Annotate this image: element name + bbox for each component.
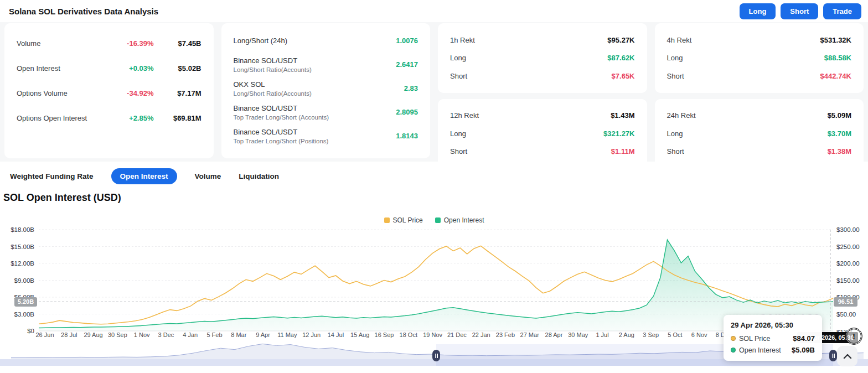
- ratio-row: OKX SOL Long/Short Ratio(Accounts) 2.83: [234, 76, 418, 100]
- svg-text:23 Feb: 23 Feb: [496, 331, 515, 338]
- legend-label: SOL Price: [393, 216, 423, 224]
- rekt-long-label: Long: [667, 129, 828, 138]
- rekt-short-value: $7.65K: [612, 72, 635, 80]
- svg-text:1 Nov: 1 Nov: [134, 331, 150, 338]
- rekt-short-value: $1.11M: [611, 147, 635, 156]
- svg-text:19 Nov: 19 Nov: [423, 331, 442, 338]
- metric-row-options-volume: Options Volume -34.92% $7.17M: [17, 81, 202, 106]
- chart-tabs: Weighted Funding Rate Open Interest Volu…: [10, 167, 279, 185]
- svg-text:28 Apr: 28 Apr: [545, 331, 563, 338]
- current-open-interest-badge: 5.20B: [14, 297, 37, 307]
- svg-text:30 Sep: 30 Sep: [108, 331, 127, 338]
- svg-text:16 Sep: 16 Sep: [375, 331, 394, 338]
- rekt-long-label: Long: [667, 54, 824, 62]
- svg-text:5 Feb: 5 Feb: [206, 331, 222, 338]
- rekt-long-label: Long: [450, 129, 603, 138]
- svg-text:30 May: 30 May: [568, 331, 588, 338]
- ratio-sublabel: Top Trader Long/Short (Positions): [234, 138, 391, 144]
- navigator-left-handle[interactable]: [432, 350, 440, 361]
- svg-text:$15.00B: $15.00B: [11, 244, 34, 250]
- scroll-to-top-button[interactable]: [837, 346, 857, 366]
- metric-label: Options Volume: [17, 89, 103, 97]
- metric-label: Volume: [17, 39, 103, 48]
- svg-text:12 Jun: 12 Jun: [302, 331, 321, 338]
- metric-row-options-open-interest: Options Open Interest +2.85% $69.81M: [17, 106, 202, 131]
- ratio-sublabel: Long/Short Ratio(Accounts): [234, 90, 399, 97]
- metric-value: $7.17M: [154, 89, 202, 97]
- svg-text:2 Aug: 2 Aug: [619, 331, 634, 338]
- metric-change: -16.39%: [103, 39, 154, 48]
- rekt-total: $531.32K: [820, 36, 851, 44]
- rekt-long-value: $321.27K: [603, 129, 634, 138]
- top-bar: Solana SOL Derivatives Data Analysis Lon…: [0, 0, 868, 22]
- ratio-label: Binance SOL/USDT: [234, 104, 391, 112]
- tab-open-interest[interactable]: Open Interest: [111, 168, 177, 184]
- top-actions: Long Short Trade: [740, 3, 861, 19]
- rekt-title: 1h Rekt: [450, 36, 607, 44]
- chart-area[interactable]: SOL Price Open Interest $18.00B$15.00B$1…: [0, 210, 868, 373]
- rekt-total: $1.43M: [611, 111, 634, 120]
- svg-text:22 Jan: 22 Jan: [472, 331, 490, 338]
- ratio-row: Binance SOL/USDT Top Trader Long/Short (…: [234, 100, 418, 124]
- tooltip-row-price: SOL Price $84.07: [731, 334, 815, 343]
- short-button[interactable]: Short: [781, 3, 818, 19]
- legend-item-open-interest[interactable]: Open Interest: [435, 216, 484, 224]
- svg-text:14 Jul: 14 Jul: [328, 331, 344, 338]
- ratio-row: Binance SOL/USDT Long/Short Ratio(Accoun…: [234, 53, 418, 76]
- svg-text:9 Apr: 9 Apr: [256, 331, 270, 338]
- svg-text:29 Aug: 29 Aug: [84, 331, 102, 338]
- svg-text:3 Sep: 3 Sep: [643, 331, 659, 338]
- svg-text:$12.00B: $12.00B: [11, 260, 34, 267]
- rekt-long-label: Long: [450, 54, 607, 62]
- tab-weighted-funding-rate[interactable]: Weighted Funding Rate: [10, 172, 94, 180]
- stats-cards-strip: Volume -16.39% $7.45B Open Interest +0.0…: [0, 22, 868, 162]
- alert-seal-icon[interactable]: !: [845, 328, 862, 345]
- metric-change: +0.03%: [103, 64, 154, 72]
- svg-text:8 Mar: 8 Mar: [231, 331, 246, 338]
- current-price-badge: 96.51: [834, 297, 857, 307]
- open-interest-dot-icon: [731, 348, 736, 353]
- svg-text:11 May: 11 May: [277, 331, 297, 338]
- ratio-label: Binance SOL/USDT: [234, 128, 391, 136]
- svg-text:5 Oct: 5 Oct: [668, 331, 682, 338]
- ratio-value: 2.83: [404, 84, 418, 92]
- ratio-value: 1.0076: [396, 37, 418, 45]
- rekt-total: $5.09M: [828, 111, 851, 120]
- rekt-title: 12h Rekt: [450, 111, 611, 120]
- rekt-title: 24h Rekt: [667, 111, 828, 120]
- tab-liquidation[interactable]: Liquidation: [239, 172, 279, 180]
- ratio-label: Long/Short (24h): [234, 37, 391, 45]
- metric-label: Open Interest: [17, 64, 103, 72]
- chart-title: SOL Open Interest (USD): [3, 192, 121, 204]
- svg-text:$9.00B: $9.00B: [14, 277, 35, 284]
- open-interest-swatch-icon: [435, 217, 441, 223]
- long-button[interactable]: Long: [740, 3, 776, 19]
- svg-text:$0: $0: [27, 328, 34, 334]
- svg-text:3 Dec: 3 Dec: [158, 331, 174, 338]
- sol-price-dot-icon: [731, 336, 736, 341]
- metric-change: -34.92%: [103, 89, 154, 97]
- metric-label: Options Open Interest: [17, 114, 103, 122]
- rekt-short-label: Short: [667, 72, 820, 80]
- svg-text:28 Jul: 28 Jul: [61, 331, 77, 338]
- rekt-short-label: Short: [667, 147, 828, 156]
- ratio-value: 2.6417: [396, 60, 418, 69]
- tooltip-value: $84.07: [793, 334, 815, 343]
- tab-volume[interactable]: Volume: [195, 172, 221, 180]
- rekt-card-24h: 24h Rekt$5.09M Long$3.70M Short$1.38M: [655, 99, 864, 169]
- svg-text:15 Aug: 15 Aug: [350, 331, 369, 338]
- rekt-card-12h: 12h Rekt$1.43M Long$321.27K Short$1.11M: [438, 99, 647, 169]
- svg-text:$300.00: $300.00: [836, 226, 860, 233]
- rekt-short-value: $442.74K: [820, 72, 851, 80]
- svg-text:$3.00B: $3.00B: [14, 311, 35, 318]
- page-title: Solana SOL Derivatives Data Analysis: [9, 7, 158, 16]
- ratio-value: 1.8143: [396, 132, 418, 140]
- trade-button[interactable]: Trade: [823, 3, 861, 19]
- tooltip-label: SOL Price: [739, 335, 793, 343]
- rekt-short-label: Short: [450, 72, 612, 80]
- metric-row-open-interest: Open Interest +0.03% $5.02B: [17, 56, 202, 81]
- navigator-right-handle[interactable]: [829, 350, 837, 361]
- legend-label: Open Interest: [444, 216, 484, 224]
- chevron-up-icon: [843, 354, 852, 359]
- legend-item-sol-price[interactable]: SOL Price: [384, 216, 423, 224]
